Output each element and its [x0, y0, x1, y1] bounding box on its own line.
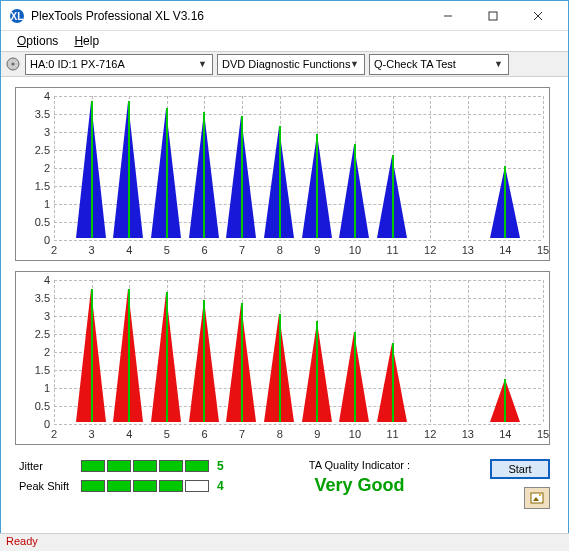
x-tick-label: 15	[537, 428, 549, 440]
x-tick-label: 6	[201, 428, 207, 440]
peak-center-line	[392, 155, 394, 238]
peakshift-value: 4	[217, 479, 224, 493]
peak-center-line	[128, 101, 130, 238]
quality-indicator-value: Very Good	[259, 475, 460, 496]
x-tick-label: 11	[386, 428, 398, 440]
x-tick-label: 8	[277, 244, 283, 256]
y-tick-label: 3.5	[22, 292, 50, 304]
x-tick-label: 10	[349, 244, 361, 256]
y-tick-label: 3.5	[22, 108, 50, 120]
y-tick-label: 3	[22, 310, 50, 322]
peakshift-label: Peak Shift	[19, 480, 81, 492]
maximize-button[interactable]	[470, 1, 515, 30]
function-select-value: DVD Diagnostic Functions	[222, 58, 350, 70]
segment	[81, 480, 105, 492]
peak-center-line	[91, 289, 93, 422]
x-tick-label: 6	[201, 244, 207, 256]
results-panel: Jitter 5 Peak Shift 4 TA Quality Indicat…	[15, 455, 554, 509]
segment	[185, 460, 209, 472]
save-image-button[interactable]	[524, 487, 550, 509]
svg-text:XL: XL	[11, 11, 24, 22]
x-tick-label: 13	[462, 428, 474, 440]
segment	[133, 480, 157, 492]
drive-icon	[5, 56, 21, 72]
main-panel: 00.511.522.533.5423456789101112131415 00…	[1, 77, 568, 513]
x-tick-label: 2	[51, 244, 57, 256]
x-tick-label: 7	[239, 244, 245, 256]
y-tick-label: 0	[22, 418, 50, 430]
x-tick-label: 15	[537, 244, 549, 256]
y-tick-label: 2.5	[22, 328, 50, 340]
x-tick-label: 3	[89, 244, 95, 256]
peak-center-line	[354, 144, 356, 238]
svg-rect-8	[531, 493, 543, 503]
x-tick-label: 5	[164, 244, 170, 256]
segment	[107, 480, 131, 492]
quality-indicator-label: TA Quality Indicator :	[259, 459, 460, 471]
titlebar: XL PlexTools Professional XL V3.16	[1, 1, 568, 31]
drive-select[interactable]: HA:0 ID:1 PX-716A ▼	[25, 54, 213, 75]
x-tick-label: 10	[349, 428, 361, 440]
close-button[interactable]	[515, 1, 560, 30]
svg-rect-3	[489, 12, 497, 20]
svg-point-10	[539, 494, 541, 496]
peak-center-line	[203, 300, 205, 422]
test-select[interactable]: Q-Check TA Test ▼	[369, 54, 509, 75]
chart-top: 00.511.522.533.5423456789101112131415	[15, 87, 550, 261]
chevron-down-icon: ▼	[347, 59, 362, 69]
status-text: Ready	[6, 535, 38, 547]
peak-center-line	[279, 126, 281, 238]
x-tick-label: 12	[424, 428, 436, 440]
segment	[107, 460, 131, 472]
chevron-down-icon: ▼	[195, 59, 210, 69]
y-tick-label: 1	[22, 382, 50, 394]
minimize-button[interactable]	[425, 1, 470, 30]
y-tick-label: 2	[22, 346, 50, 358]
statusbar: Ready	[0, 533, 569, 551]
x-tick-label: 7	[239, 428, 245, 440]
y-tick-label: 4	[22, 90, 50, 102]
menu-help[interactable]: Help	[66, 32, 107, 50]
start-button[interactable]: Start	[490, 459, 550, 479]
jitter-bar	[81, 460, 209, 472]
x-tick-label: 2	[51, 428, 57, 440]
y-tick-label: 3	[22, 126, 50, 138]
peak-center-line	[504, 379, 506, 422]
y-tick-label: 0.5	[22, 400, 50, 412]
y-tick-label: 4	[22, 274, 50, 286]
segment	[81, 460, 105, 472]
x-tick-label: 9	[314, 428, 320, 440]
toolbar: HA:0 ID:1 PX-716A ▼ DVD Diagnostic Funct…	[1, 51, 568, 77]
peak-center-line	[128, 289, 130, 422]
peak-center-line	[279, 314, 281, 422]
picture-icon	[530, 492, 544, 504]
window-title: PlexTools Professional XL V3.16	[31, 9, 425, 23]
peak-center-line	[241, 116, 243, 238]
peak-center-line	[91, 101, 93, 238]
x-tick-label: 14	[499, 428, 511, 440]
x-tick-label: 11	[386, 244, 398, 256]
peak-center-line	[504, 166, 506, 238]
peak-center-line	[203, 112, 205, 238]
y-tick-label: 0.5	[22, 216, 50, 228]
peak-center-line	[316, 321, 318, 422]
peak-center-line	[392, 343, 394, 422]
drive-select-value: HA:0 ID:1 PX-716A	[30, 58, 125, 70]
x-tick-label: 12	[424, 244, 436, 256]
x-tick-label: 4	[126, 428, 132, 440]
function-select[interactable]: DVD Diagnostic Functions ▼	[217, 54, 365, 75]
chart-bottom: 00.511.522.533.5423456789101112131415	[15, 271, 550, 445]
x-tick-label: 8	[277, 428, 283, 440]
peak-center-line	[354, 332, 356, 422]
peakshift-bar	[81, 480, 209, 492]
menu-options[interactable]: Options	[9, 32, 66, 50]
y-tick-label: 2.5	[22, 144, 50, 156]
x-tick-label: 14	[499, 244, 511, 256]
y-tick-label: 1.5	[22, 364, 50, 376]
segment	[133, 460, 157, 472]
test-select-value: Q-Check TA Test	[374, 58, 456, 70]
app-icon: XL	[9, 8, 25, 24]
svg-point-7	[12, 63, 15, 66]
y-tick-label: 1.5	[22, 180, 50, 192]
segment	[185, 480, 209, 492]
